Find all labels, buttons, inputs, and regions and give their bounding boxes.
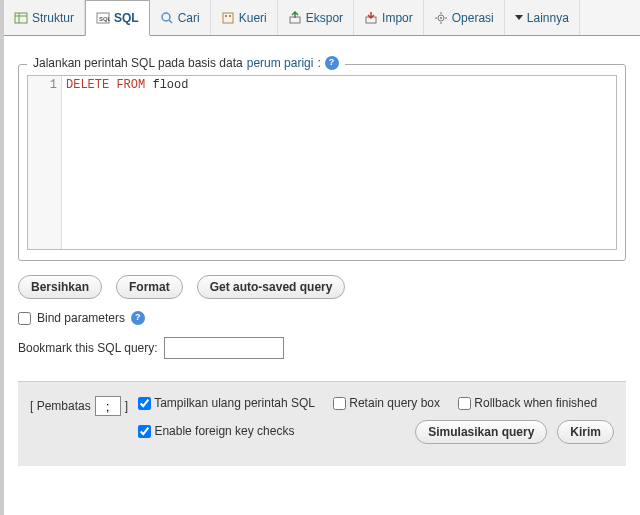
enable-fk-label: Enable foreign key checks [154,424,294,438]
tab-lainnya[interactable]: Lainnya [505,0,580,35]
sql-keyword: DELETE [66,78,109,92]
delimiter-label-left: [ Pembatas [30,399,91,413]
svg-line-6 [169,20,172,23]
tab-impor[interactable]: Impor [354,0,424,35]
gear-icon [434,11,448,25]
tab-label: Ekspor [306,11,343,25]
editor-gutter: 1 [28,76,62,249]
bookmark-input[interactable] [164,337,284,359]
svg-point-5 [162,13,170,21]
line-number: 1 [28,78,57,92]
tab-operasi[interactable]: Operasi [424,0,505,35]
import-icon [364,11,378,25]
fieldset-legend: Jalankan perintah SQL pada basis data pe… [27,55,345,71]
chevron-down-icon [515,15,523,20]
delimiter-input[interactable] [95,396,121,416]
tab-label: Lainnya [527,11,569,25]
tab-label: SQL [114,11,139,25]
delimiter-label-right: ] [125,399,128,413]
submit-button[interactable]: Kirim [557,420,614,444]
sql-keyword: FROM [116,78,145,92]
tab-cari[interactable]: Cari [150,0,211,35]
tab-bar: Struktur SQL SQL Cari Kueri Ekspor Impor… [4,0,640,36]
retain-query-label: Retain query box [349,396,440,410]
tab-label: Kueri [239,11,267,25]
sql-text: flood [145,78,188,92]
redisplay-sql-checkbox[interactable] [138,397,151,410]
svg-rect-8 [225,15,227,17]
get-autosaved-button[interactable]: Get auto-saved query [197,275,346,299]
bind-params-label: Bind parameters [37,311,125,325]
tab-struktur[interactable]: Struktur [4,0,85,35]
table-icon [14,11,28,25]
simulate-query-button[interactable]: Simulasikan query [415,420,547,444]
sql-editor[interactable]: 1 DELETE FROM flood [27,75,617,250]
redisplay-sql-label: Tampilkan ulang perintah SQL [154,396,315,410]
svg-point-13 [440,17,442,19]
database-name-link[interactable]: perum parigi [247,56,314,70]
svg-text:SQL: SQL [99,16,110,22]
svg-rect-9 [229,15,231,17]
svg-rect-0 [15,13,27,23]
svg-rect-7 [223,13,233,23]
sql-fieldset: Jalankan perintah SQL pada basis data pe… [18,64,626,261]
tab-label: Struktur [32,11,74,25]
retain-query-checkbox[interactable] [333,397,346,410]
clear-button[interactable]: Bersihkan [18,275,102,299]
legend-suffix: : [317,56,320,70]
bind-params-checkbox[interactable] [18,312,31,325]
search-icon [160,11,174,25]
tab-ekspor[interactable]: Ekspor [278,0,354,35]
help-icon[interactable] [325,56,339,70]
enable-fk-checkbox[interactable] [138,425,151,438]
tab-label: Impor [382,11,413,25]
legend-prefix: Jalankan perintah SQL pada basis data [33,56,243,70]
export-icon [288,11,302,25]
help-icon[interactable] [131,311,145,325]
query-icon [221,11,235,25]
format-button[interactable]: Format [116,275,183,299]
tab-label: Cari [178,11,200,25]
editor-code[interactable]: DELETE FROM flood [62,76,616,249]
sql-icon: SQL [96,11,110,25]
footer-panel: [ Pembatas ] Tampilkan ulang perintah SQ… [18,381,626,466]
rollback-label: Rollback when finished [474,396,597,410]
tab-kueri[interactable]: Kueri [211,0,278,35]
bookmark-label: Bookmark this SQL query: [18,341,158,355]
tab-sql[interactable]: SQL SQL [85,0,150,36]
tab-label: Operasi [452,11,494,25]
rollback-checkbox[interactable] [458,397,471,410]
